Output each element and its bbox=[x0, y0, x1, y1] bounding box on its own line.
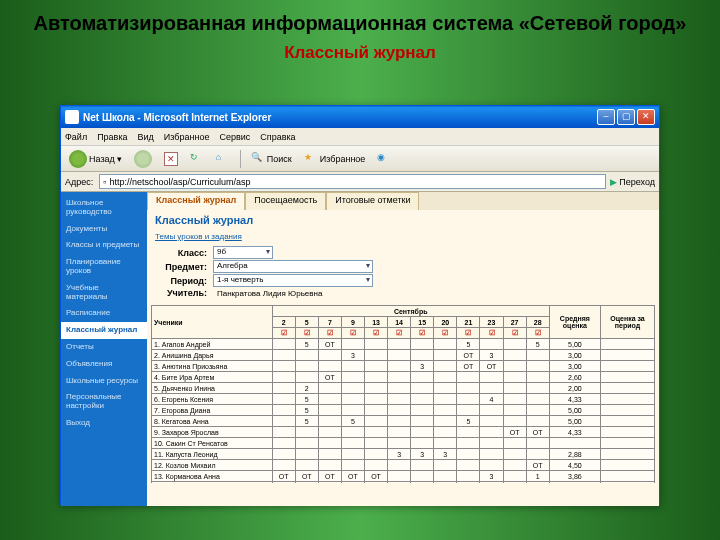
grade-cell[interactable] bbox=[480, 449, 503, 460]
grade-cell[interactable]: ОТ bbox=[272, 471, 295, 482]
grade-cell[interactable] bbox=[503, 383, 526, 394]
grade-cell[interactable] bbox=[457, 383, 480, 394]
grade-cell[interactable] bbox=[457, 460, 480, 471]
sidebar-item[interactable]: Документы bbox=[61, 221, 147, 238]
tab[interactable]: Итоговые отметки bbox=[326, 192, 419, 210]
grade-cell[interactable]: 3 bbox=[480, 482, 503, 484]
grade-cell[interactable] bbox=[457, 394, 480, 405]
grade-cell[interactable] bbox=[272, 482, 295, 484]
close-button[interactable]: ✕ bbox=[637, 109, 655, 125]
tab[interactable]: Классный журнал bbox=[147, 192, 245, 210]
grade-cell[interactable] bbox=[388, 383, 411, 394]
grade-cell[interactable] bbox=[341, 394, 364, 405]
grade-cell[interactable]: ОТ bbox=[318, 471, 341, 482]
grade-cell[interactable] bbox=[503, 394, 526, 405]
grade-cell[interactable] bbox=[434, 460, 457, 471]
grade-cell[interactable] bbox=[272, 449, 295, 460]
day-header[interactable]: 9 bbox=[341, 317, 364, 328]
day-header[interactable]: 23 bbox=[480, 317, 503, 328]
grade-cell[interactable]: ОТ bbox=[480, 361, 503, 372]
grade-cell[interactable] bbox=[341, 482, 364, 484]
grade-cell[interactable]: 3 bbox=[411, 361, 434, 372]
sidebar-item[interactable]: Выход bbox=[61, 415, 147, 432]
grade-cell[interactable] bbox=[364, 383, 387, 394]
subject-select[interactable]: Алгебра bbox=[213, 260, 373, 273]
grade-cell[interactable] bbox=[388, 350, 411, 361]
grade-cell[interactable] bbox=[503, 460, 526, 471]
grade-cell[interactable]: ОТ bbox=[318, 372, 341, 383]
grade-cell[interactable] bbox=[272, 427, 295, 438]
grade-cell[interactable]: ОТ bbox=[457, 361, 480, 372]
student-name[interactable]: 5. Дьяченко Инина bbox=[152, 383, 273, 394]
menu-help[interactable]: Справка bbox=[260, 132, 295, 142]
day-header[interactable]: 5 bbox=[295, 317, 318, 328]
maximize-button[interactable]: ▢ bbox=[617, 109, 635, 125]
search-button[interactable]: 🔍Поиск bbox=[247, 150, 296, 168]
grade-cell[interactable] bbox=[480, 416, 503, 427]
address-input[interactable]: ▫http://netschool/asp/Curriculum/asp bbox=[99, 174, 605, 189]
grade-cell[interactable] bbox=[341, 460, 364, 471]
grade-cell[interactable] bbox=[318, 416, 341, 427]
grade-cell[interactable]: 5 bbox=[457, 339, 480, 350]
grade-cell[interactable]: 3 bbox=[434, 449, 457, 460]
grade-cell[interactable] bbox=[341, 383, 364, 394]
grade-cell[interactable]: 3 bbox=[411, 449, 434, 460]
grade-cell[interactable] bbox=[434, 350, 457, 361]
grade-cell[interactable] bbox=[388, 438, 411, 449]
grade-cell[interactable] bbox=[503, 471, 526, 482]
sidebar-item[interactable]: Отчеты bbox=[61, 339, 147, 356]
period-grade-cell[interactable] bbox=[601, 449, 655, 460]
grade-cell[interactable] bbox=[457, 427, 480, 438]
period-grade-cell[interactable] bbox=[601, 482, 655, 484]
student-name[interactable]: 2. Анишина Дарья bbox=[152, 350, 273, 361]
grade-cell[interactable]: ОТ bbox=[503, 427, 526, 438]
grade-cell[interactable] bbox=[295, 460, 318, 471]
grade-cell[interactable] bbox=[341, 438, 364, 449]
day-header[interactable]: 2 bbox=[272, 317, 295, 328]
grade-cell[interactable] bbox=[341, 427, 364, 438]
grade-cell[interactable] bbox=[457, 449, 480, 460]
grade-cell[interactable] bbox=[503, 449, 526, 460]
grade-cell[interactable] bbox=[503, 339, 526, 350]
grade-cell[interactable] bbox=[318, 482, 341, 484]
grade-cell[interactable] bbox=[318, 394, 341, 405]
sidebar-item[interactable]: Планирование уроков bbox=[61, 254, 147, 280]
grade-cell[interactable] bbox=[526, 372, 549, 383]
grade-cell[interactable] bbox=[411, 460, 434, 471]
student-name[interactable]: 10. Сакин Ст Ренсатов bbox=[152, 438, 273, 449]
grade-cell[interactable] bbox=[318, 449, 341, 460]
grade-cell[interactable] bbox=[364, 416, 387, 427]
period-grade-cell[interactable] bbox=[601, 394, 655, 405]
grade-cell[interactable] bbox=[318, 427, 341, 438]
grade-cell[interactable]: ОТ bbox=[526, 427, 549, 438]
menu-favorites[interactable]: Избранное bbox=[164, 132, 210, 142]
period-grade-cell[interactable] bbox=[601, 427, 655, 438]
grade-cell[interactable] bbox=[411, 416, 434, 427]
back-button[interactable]: Назад ▾ bbox=[65, 148, 126, 170]
grade-cell[interactable] bbox=[272, 460, 295, 471]
grade-cell[interactable] bbox=[388, 394, 411, 405]
grade-cell[interactable] bbox=[295, 427, 318, 438]
day-check[interactable]: ☑ bbox=[388, 328, 411, 339]
grade-cell[interactable] bbox=[480, 460, 503, 471]
grade-cell[interactable] bbox=[503, 482, 526, 484]
student-name[interactable]: 6. Егорень Ксения bbox=[152, 394, 273, 405]
grade-cell[interactable]: 5 bbox=[526, 339, 549, 350]
grade-cell[interactable] bbox=[341, 372, 364, 383]
day-header[interactable]: 15 bbox=[411, 317, 434, 328]
grade-cell[interactable] bbox=[434, 372, 457, 383]
grade-cell[interactable] bbox=[318, 383, 341, 394]
grade-cell[interactable] bbox=[526, 416, 549, 427]
grade-cell[interactable] bbox=[503, 405, 526, 416]
minimize-button[interactable]: – bbox=[597, 109, 615, 125]
grade-cell[interactable] bbox=[434, 416, 457, 427]
grade-cell[interactable] bbox=[480, 383, 503, 394]
grade-cell[interactable] bbox=[388, 427, 411, 438]
student-name[interactable]: 1. Агапов Андрей bbox=[152, 339, 273, 350]
student-name[interactable]: 7. Егорова Диана bbox=[152, 405, 273, 416]
grade-cell[interactable]: 3 bbox=[480, 350, 503, 361]
grade-cell[interactable]: 3 bbox=[388, 482, 411, 484]
refresh-button[interactable]: ↻ bbox=[186, 150, 208, 168]
day-header[interactable]: 27 bbox=[503, 317, 526, 328]
grade-cell[interactable] bbox=[272, 416, 295, 427]
